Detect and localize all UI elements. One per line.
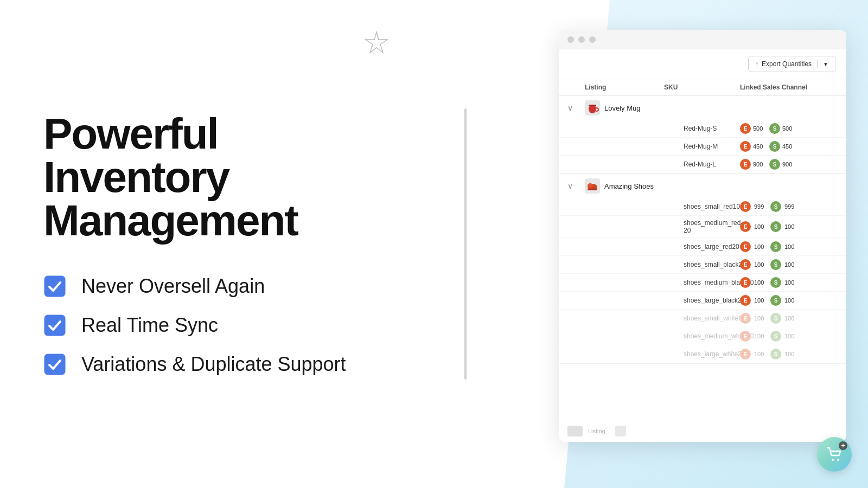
shopify-qty-red-mug-s: 500 <box>782 125 795 132</box>
check-icon-real-time-sync <box>43 314 66 337</box>
svg-point-11 <box>832 459 834 461</box>
channel-shoes-medium-red: E 100 S 100 <box>740 221 838 232</box>
etsy-qty-4: 999 <box>754 203 767 210</box>
shopify-icon-12: S <box>770 349 781 359</box>
channel-shoes-small-red: E 999 S 999 <box>740 201 838 212</box>
variant-row-shoes-large-red: shoes_large_red20 E 100 S 100 <box>559 238 846 256</box>
shopify-qty-4: 999 <box>784 203 797 210</box>
feature-text-variations: Variations & Duplicate Support <box>81 353 346 376</box>
sku-shoes-medium-red: shoes_medium_red-20 <box>664 219 740 234</box>
channel-shoes-large-red: E 100 S 100 <box>740 241 838 252</box>
table-header: Listing SKU Linked Sales Channel <box>559 79 846 96</box>
channel-shoes-small-white: E 100 S 100 <box>740 313 838 324</box>
shopify-qty-red-mug-l: 900 <box>782 161 795 168</box>
shopify-badge-red-mug-m: S 450 <box>769 141 795 152</box>
shopify-qty-7: 100 <box>784 261 797 268</box>
upload-icon: ↑ <box>755 60 758 68</box>
sku-shoes-large-black: shoes_large_black20 <box>664 297 740 304</box>
svg-rect-6 <box>589 105 596 106</box>
etsy-badge-red-mug-l: E 900 <box>740 159 766 170</box>
expand-icon-shoes[interactable]: ∨ <box>567 182 585 190</box>
etsy-qty-red-mug-m: 450 <box>753 143 766 150</box>
table-body: ∨ Lovely Mug <box>559 96 846 415</box>
dropdown-arrow-icon: ▼ <box>823 61 828 67</box>
app-window: ↑ Export Quantities ▼ Listing SKU Linked… <box>559 30 846 442</box>
shopify-qty-11: 100 <box>784 333 797 339</box>
channel-shoes-medium-black: E 100 S 100 <box>740 277 838 288</box>
etsy-icon-2: E <box>740 141 751 152</box>
inventory-table: Listing SKU Linked Sales Channel ∨ <box>559 79 846 420</box>
window-footer: Listing <box>559 420 846 442</box>
sku-red-mug-l: Red-Mug-L <box>664 160 740 168</box>
sku-shoes-small-black: shoes_small_black20 <box>664 261 740 268</box>
export-quantities-button[interactable]: ↑ Export Quantities ▼ <box>748 56 835 72</box>
variant-row-red-mug-l: Red-Mug-L E 900 S 900 <box>559 156 846 174</box>
product-thumb-amazing-shoes <box>585 178 600 194</box>
scroll-indicator <box>464 108 467 380</box>
product-info-amazing-shoes: Amazing Shoes <box>585 178 664 194</box>
shopify-icon-2: S <box>769 141 780 152</box>
shopify-icon-10: S <box>770 313 781 324</box>
col-sku: SKU <box>664 84 740 91</box>
shopify-icon: S <box>769 123 780 134</box>
feature-item-variations: Variations & Duplicate Support <box>43 353 412 376</box>
svg-rect-10 <box>588 189 597 190</box>
channel-shoes-large-white: E 100 S 100 <box>740 349 838 359</box>
variant-row-red-mug-m: Red-Mug-M E 450 S 450 <box>559 138 846 156</box>
window-titlebar <box>559 30 846 49</box>
sku-red-mug-s: Red-Mug-S <box>664 125 740 132</box>
sku-shoes-large-white: shoes_large_white20 <box>664 350 740 358</box>
cart-fab-button[interactable]: + <box>817 437 852 472</box>
feature-item-no-oversell: Never Oversell Again <box>43 275 412 298</box>
shopify-icon-7: S <box>770 259 781 270</box>
sku-red-mug-m: Red-Mug-M <box>664 143 740 150</box>
etsy-qty-10: 100 <box>754 315 767 322</box>
svg-rect-2 <box>44 315 65 336</box>
etsy-qty-12: 100 <box>754 351 767 357</box>
left-panel: Powerful Inventory Management Never Over… <box>0 0 456 488</box>
variant-row-shoes-medium-black: shoes_medium_black20 E 100 S 100 <box>559 274 846 292</box>
shopify-qty-12: 100 <box>784 351 797 357</box>
etsy-icon-9: E <box>740 295 751 306</box>
shopify-icon-8: S <box>770 277 781 288</box>
footer-icon <box>567 426 583 436</box>
sku-shoes-large-red: shoes_large_red20 <box>664 243 740 251</box>
etsy-icon-10: E <box>740 313 751 324</box>
svg-rect-3 <box>44 354 65 375</box>
channel-badges-red-mug-l: E 900 S 900 <box>740 159 838 170</box>
product-name-lovely-mug: Lovely Mug <box>604 104 640 112</box>
window-toolbar: ↑ Export Quantities ▼ <box>559 49 846 79</box>
etsy-icon: E <box>740 123 751 134</box>
etsy-qty-11: 100 <box>754 333 767 339</box>
sku-shoes-medium-white: shoes_medium_white20 <box>664 332 740 340</box>
etsy-icon-6: E <box>740 241 751 252</box>
feature-item-real-time-sync: Real Time Sync <box>43 314 412 337</box>
channel-shoes-small-black: E 100 S 100 <box>740 259 838 270</box>
etsy-icon-7: E <box>740 259 751 270</box>
channel-badges-red-mug-m: E 450 S 450 <box>740 141 838 152</box>
footer-text: Listing <box>588 428 605 434</box>
product-name-amazing-shoes: Amazing Shoes <box>604 182 654 190</box>
feature-text-real-time-sync: Real Time Sync <box>81 314 218 337</box>
channel-badges-red-mug-s: E 500 S 500 <box>740 123 838 134</box>
shopify-icon-5: S <box>770 221 781 232</box>
etsy-icon-4: E <box>740 201 751 212</box>
etsy-icon-5: E <box>740 221 751 232</box>
etsy-badge-red-mug-s: E 500 <box>740 123 766 134</box>
product-group-lovely-mug: ∨ Lovely Mug <box>559 96 846 174</box>
shopify-icon-3: S <box>769 159 780 170</box>
variant-row-red-mug-s: Red-Mug-S E 500 S 500 <box>559 120 846 138</box>
traffic-dot-2 <box>578 36 585 43</box>
expand-icon[interactable]: ∨ <box>567 104 585 112</box>
etsy-qty-6: 100 <box>754 243 767 250</box>
shopify-qty-10: 100 <box>784 315 797 322</box>
product-info-lovely-mug: Lovely Mug <box>585 100 664 115</box>
button-divider <box>817 60 818 68</box>
sku-shoes-small-white: shoes_small_white0 <box>664 314 740 322</box>
shopify-icon-4: S <box>770 201 781 212</box>
etsy-qty-red-mug-s: 500 <box>753 125 766 132</box>
product-row-lovely-mug: ∨ Lovely Mug <box>559 96 846 120</box>
shopify-badge-red-mug-s: S 500 <box>769 123 795 134</box>
app-window-panel: ↑ Export Quantities ▼ Listing SKU Linked… <box>559 30 846 442</box>
traffic-dot-1 <box>567 36 574 43</box>
